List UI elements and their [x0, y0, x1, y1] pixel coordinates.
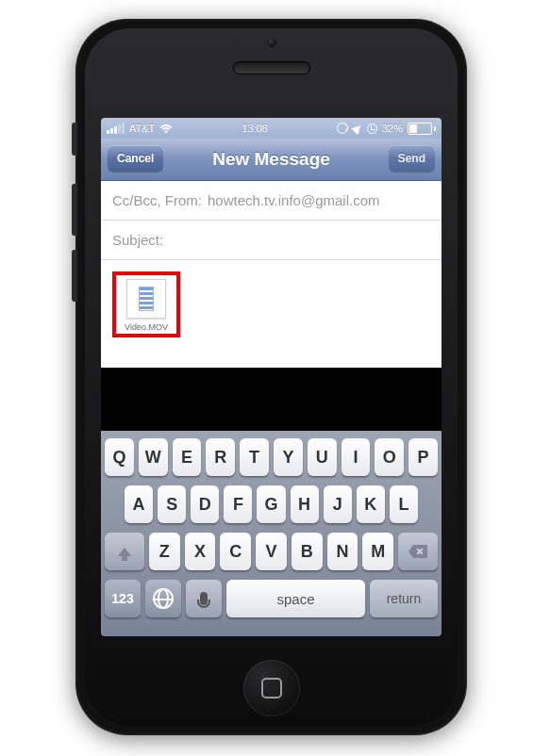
dictation-key[interactable] [186, 580, 222, 617]
globe-icon [153, 588, 174, 609]
signal-strength-icon [107, 123, 125, 134]
key-c[interactable]: C [220, 533, 251, 570]
nav-bar: Cancel New Message Send [101, 139, 442, 181]
key-e[interactable]: E [173, 438, 202, 476]
globe-key[interactable] [145, 580, 181, 617]
attachment[interactable]: Video.MOV [122, 279, 171, 332]
keyboard-row-3: ZXCVBNM [105, 533, 438, 570]
status-bar: AT&T 13:08 32% [101, 118, 442, 139]
alarm-icon [367, 123, 377, 134]
home-button[interactable] [243, 660, 300, 716]
wifi-icon [159, 123, 173, 133]
message-body[interactable]: Video.MOV [101, 260, 442, 368]
front-camera [267, 38, 276, 47]
key-t[interactable]: T [240, 438, 269, 476]
subject-field[interactable]: Subject: [101, 221, 442, 260]
numbers-key[interactable]: 123 [105, 580, 141, 617]
key-s[interactable]: S [158, 485, 186, 523]
shift-icon [118, 548, 131, 556]
nav-title: New Message [212, 149, 330, 170]
key-i[interactable]: I [342, 438, 371, 476]
key-j[interactable]: J [324, 485, 352, 523]
backspace-icon [408, 545, 427, 558]
location-icon [351, 122, 363, 134]
key-z[interactable]: Z [149, 533, 180, 570]
key-l[interactable]: L [390, 485, 418, 523]
key-u[interactable]: U [308, 438, 337, 476]
earpiece-speaker [233, 61, 310, 74]
keyboard-row-1: QWERTYUIOP [105, 438, 438, 476]
compose-area: Cc/Bcc, From: howtech.tv.info@gmail.com … [101, 181, 442, 368]
volume-up-button [72, 184, 77, 236]
key-p[interactable]: P [408, 438, 438, 476]
subject-label: Subject: [112, 232, 163, 248]
key-a[interactable]: A [125, 485, 153, 523]
video-file-icon [126, 279, 166, 319]
highlight-annotation: Video.MOV [112, 271, 180, 337]
backspace-key[interactable] [398, 533, 438, 570]
send-button[interactable]: Send [389, 145, 435, 172]
rotation-lock-icon [337, 123, 348, 134]
screen: AT&T 13:08 32% Cancel New Message Se [101, 118, 442, 636]
from-value: howtech.tv.info@gmail.com [208, 192, 380, 208]
key-n[interactable]: N [327, 533, 358, 570]
key-b[interactable]: B [292, 533, 323, 570]
keyboard: QWERTYUIOP ASDFGHJKL ZXCVBNM 123 space r… [101, 431, 442, 636]
keyboard-row-2: ASDFGHJKL [105, 485, 438, 523]
key-w[interactable]: W [139, 438, 168, 476]
from-field[interactable]: Cc/Bcc, From: howtech.tv.info@gmail.com [101, 181, 442, 221]
mute-switch [72, 123, 77, 156]
key-q[interactable]: Q [105, 438, 134, 476]
iphone-frame: AT&T 13:08 32% Cancel New Message Se [75, 19, 467, 735]
cancel-button[interactable]: Cancel [108, 145, 163, 172]
keyboard-row-4: 123 space return [105, 580, 438, 617]
battery-percent: 32% [382, 123, 403, 134]
key-d[interactable]: D [191, 485, 219, 523]
battery-icon [408, 123, 436, 135]
key-o[interactable]: O [375, 438, 404, 476]
space-key[interactable]: space [226, 580, 365, 617]
shift-key[interactable] [105, 533, 144, 570]
return-key[interactable]: return [370, 580, 438, 617]
key-k[interactable]: K [357, 485, 385, 523]
key-h[interactable]: H [291, 485, 319, 523]
key-v[interactable]: V [256, 533, 287, 570]
microphone-icon [200, 592, 208, 605]
key-g[interactable]: G [257, 485, 285, 523]
carrier-label: AT&T [129, 123, 155, 134]
key-r[interactable]: R [206, 438, 235, 476]
volume-down-button [72, 250, 77, 302]
key-m[interactable]: M [362, 533, 393, 570]
key-x[interactable]: X [185, 533, 216, 570]
ccbcc-from-label: Cc/Bcc, From: [112, 192, 202, 208]
key-f[interactable]: F [224, 485, 252, 523]
clock: 13:08 [242, 123, 268, 134]
attachment-filename: Video.MOV [122, 322, 171, 332]
key-y[interactable]: Y [274, 438, 303, 476]
